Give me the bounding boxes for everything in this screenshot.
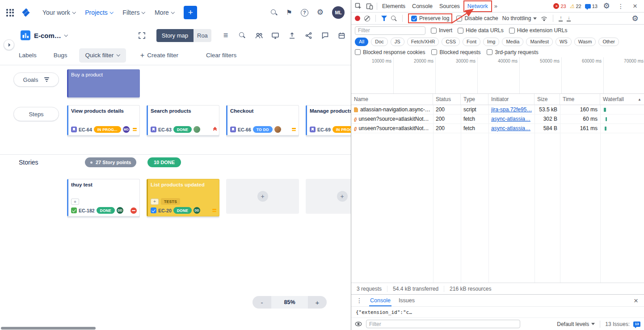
filter-type-css[interactable]: CSS	[442, 38, 460, 46]
add-card-icon[interactable]	[257, 191, 268, 202]
settings-icon[interactable]	[317, 8, 324, 17]
column-header-initiator[interactable]: Initiator	[488, 94, 535, 105]
step-card[interactable]: Search products EC-63 DONE	[147, 105, 219, 135]
preserve-log-checkbox[interactable]: Preserve log	[411, 15, 449, 21]
tab-network[interactable]: Network	[463, 0, 492, 12]
jira-logo[interactable]	[21, 8, 31, 17]
eye-icon[interactable]	[355, 322, 362, 326]
disable-cache-checkbox[interactable]: Disable cache	[456, 15, 498, 21]
nav-more[interactable]: More	[151, 5, 177, 20]
filter-type-wasm[interactable]: Wasm	[574, 38, 596, 46]
column-header-name[interactable]: Name	[351, 94, 433, 105]
network-conditions-icon[interactable]	[541, 16, 547, 21]
zoom-out-button[interactable]: -	[253, 296, 271, 309]
blocked-requests-checkbox[interactable]: Blocked requests	[431, 49, 480, 55]
issue-key[interactable]: EC-182	[79, 208, 95, 213]
status-badge[interactable]: DONE	[173, 126, 192, 133]
export-har-icon[interactable]: ↓	[567, 15, 571, 21]
drawer-tab-console[interactable]: Console	[367, 295, 393, 306]
filter-type-font[interactable]: Font	[463, 38, 480, 46]
list-view-icon[interactable]	[222, 31, 230, 39]
empty-card-slot[interactable]	[306, 179, 351, 214]
step-card[interactable]: View products details EC-64 IN PROG... M…	[67, 105, 140, 135]
user-avatar[interactable]: ML	[332, 6, 345, 19]
calendar-icon[interactable]	[337, 31, 345, 39]
help-icon[interactable]	[301, 9, 308, 17]
status-badge[interactable]: DONE	[173, 207, 192, 214]
nav-projects[interactable]: Projects	[81, 5, 116, 20]
filter-type-fetch-xhr[interactable]: Fetch/XHR	[407, 38, 439, 46]
invert-checkbox[interactable]: Invert	[431, 27, 452, 34]
issue-key[interactable]: EC-69	[317, 127, 331, 132]
create-filter-button[interactable]: Create filter	[140, 51, 178, 59]
horizontal-scrollbar[interactable]	[1, 327, 96, 330]
console-filter-input[interactable]	[366, 320, 520, 328]
comment-icon[interactable]	[321, 31, 329, 39]
issue-key[interactable]: EC-64	[79, 127, 92, 132]
filter-type-img[interactable]: Img	[483, 38, 499, 46]
devtools-close-icon[interactable]	[630, 1, 640, 12]
filter-type-js[interactable]: JS	[391, 38, 404, 46]
column-header-status[interactable]: Status	[433, 94, 461, 105]
status-badge[interactable]: DONE	[97, 207, 115, 214]
checkbox-icon[interactable]	[458, 28, 463, 34]
errors-badge[interactable]: 23	[553, 3, 566, 9]
network-filter-input[interactable]	[355, 26, 425, 35]
checkbox-checked-icon[interactable]	[411, 16, 417, 21]
announcements-icon[interactable]	[286, 8, 292, 17]
status-badge[interactable]: IN PROG...	[94, 126, 121, 133]
blocked-response-cookies-checkbox[interactable]: Blocked response cookies	[355, 49, 425, 55]
initiator-link[interactable]: async-atlassia…	[491, 116, 530, 122]
assignee-avatar[interactable]: DD	[194, 207, 200, 214]
add-label-button[interactable]	[71, 199, 79, 205]
clear-filters-button[interactable]: Clear filters	[206, 52, 236, 59]
initiator-link[interactable]: jira-spa.72fe95…	[491, 106, 532, 113]
zoom-in-button[interactable]: +	[308, 296, 327, 309]
issues-count-badge[interactable]: 13	[633, 322, 640, 327]
issue-key[interactable]: EC-63	[158, 127, 172, 132]
goal-card[interactable]: Buy a product	[67, 69, 140, 97]
checkbox-icon[interactable]	[431, 28, 437, 34]
story-card-selected[interactable]: List products updated TESTS EC-20 DONE D…	[147, 179, 219, 216]
chevron-down-icon[interactable]	[64, 33, 68, 37]
filter-type-other[interactable]: Other	[598, 38, 619, 46]
people-icon[interactable]	[255, 31, 263, 39]
assignee-avatar[interactable]	[274, 126, 281, 133]
steps-row-label[interactable]: Steps	[13, 107, 59, 121]
devtools-menu-icon[interactable]	[615, 1, 626, 12]
hide-extension-urls-checkbox[interactable]: Hide extension URLs	[509, 27, 568, 34]
checkbox-icon[interactable]	[456, 16, 462, 21]
checkbox-icon[interactable]	[431, 49, 437, 55]
nav-your-work[interactable]: Your work	[39, 5, 79, 20]
export-icon[interactable]	[288, 31, 296, 39]
drawer-close-icon[interactable]	[631, 295, 641, 306]
presentation-icon[interactable]	[271, 31, 279, 39]
search-icon[interactable]	[271, 9, 278, 16]
drawer-menu-icon[interactable]	[354, 295, 365, 306]
device-toolbar-icon[interactable]	[364, 1, 375, 12]
hide-data-urls-checkbox[interactable]: Hide data URLs	[458, 27, 504, 34]
network-request-row[interactable]: unseen?source=atlaskitNot… 200 fetch asy…	[351, 114, 644, 124]
console-log-entry[interactable]: {"extension_id":"c…	[351, 307, 644, 318]
import-har-icon[interactable]: ↑	[559, 15, 563, 21]
filter-type-ws[interactable]: WS	[556, 38, 572, 46]
filter-type-media[interactable]: Media	[502, 38, 523, 46]
label-chip[interactable]: TESTS	[161, 198, 180, 205]
assignee-avatar[interactable]: DD	[117, 207, 123, 214]
messages-badge[interactable]: 13	[585, 4, 598, 9]
throttling-dropdown[interactable]: No throttling	[502, 15, 537, 21]
filter-type-all[interactable]: All	[355, 38, 368, 46]
column-header-time[interactable]: Time	[560, 94, 600, 105]
share-icon[interactable]	[304, 31, 312, 39]
status-badge[interactable]: IN PROG...	[333, 126, 351, 133]
filter-type-manifest[interactable]: Manifest	[526, 38, 553, 46]
network-request-row[interactable]: unseen?source=atlaskitNot… 200 fetch asy…	[351, 124, 644, 133]
record-button[interactable]	[355, 16, 360, 21]
network-search-icon[interactable]	[391, 16, 397, 21]
roadmap-view-button[interactable]: Roa	[194, 29, 211, 42]
network-timeline-overview[interactable]: 10000 ms 20000 ms 30000 ms 40000 ms 5000…	[351, 57, 644, 94]
column-header-size[interactable]: Size	[535, 94, 560, 105]
fullscreen-icon[interactable]	[138, 31, 146, 39]
assignee-avatar[interactable]: MD	[123, 126, 130, 133]
story-card[interactable]: thuy test EC-182 DONE DD	[67, 179, 140, 216]
